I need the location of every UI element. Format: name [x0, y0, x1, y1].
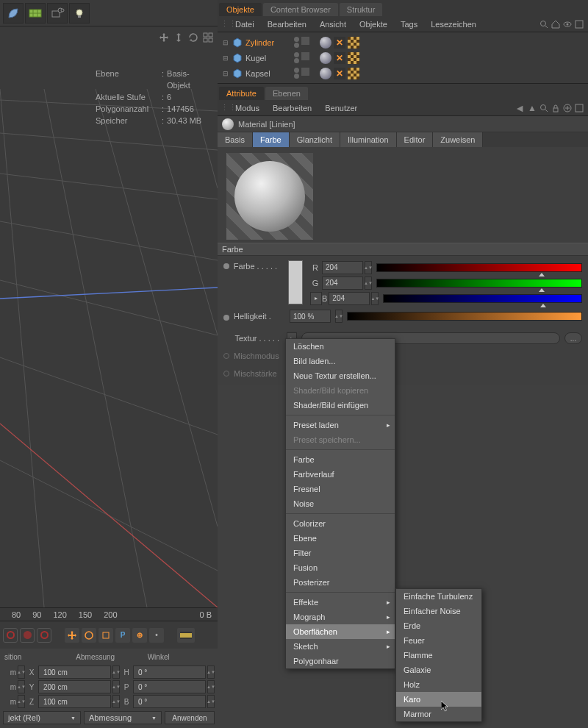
menu-item[interactable]: Sketch▸ [286, 639, 395, 654]
menu-edit[interactable]: Bearbeiten [267, 102, 318, 114]
camera-tool-icon[interactable] [47, 3, 68, 24]
up-icon[interactable]: ▲ [528, 103, 537, 113]
viewport-zoom-icon[interactable] [173, 32, 184, 43]
angle-spinner[interactable]: ▲▼ [207, 665, 215, 679]
menu-item[interactable]: Neue Textur erstellen... [286, 368, 395, 383]
channel-glanzlicht[interactable]: Glanzlicht [290, 132, 340, 147]
rotate-mode-icon[interactable] [82, 628, 96, 643]
phong-tag-icon[interactable]: ✕ [334, 37, 345, 49]
material-tag-icon[interactable] [320, 52, 331, 64]
menu-item[interactable]: Noise [286, 496, 395, 511]
visibility-toggle[interactable] [301, 68, 309, 76]
coord-mode-dropdown[interactable]: jekt (Rel)▼ [3, 711, 81, 724]
brightness-slider[interactable] [347, 312, 582, 321]
g-field[interactable]: 204 [322, 276, 363, 290]
tree-toggle-icon[interactable]: ⊟ [222, 39, 229, 46]
menu-item[interactable]: Farbverlauf [286, 467, 395, 482]
submenu-item[interactable]: Holz [396, 677, 481, 692]
size-spinner[interactable]: ▲▼ [112, 680, 120, 693]
visibility-toggle[interactable] [301, 37, 309, 45]
size-field[interactable]: 100 cm [38, 695, 111, 708]
expand-icon[interactable] [575, 20, 584, 29]
menu-item[interactable]: Posterizer [286, 575, 395, 590]
r-field[interactable]: 204 [322, 261, 363, 274]
angle-spinner[interactable]: ▲▼ [207, 680, 215, 693]
menu-item[interactable]: Shader/Bild einfügen [286, 398, 395, 413]
g-slider[interactable] [376, 279, 582, 288]
r-slider[interactable] [376, 263, 582, 272]
search-icon[interactable] [539, 20, 548, 29]
menu-item[interactable]: Farbe [286, 452, 395, 467]
search-icon[interactable] [539, 104, 548, 113]
viewport-move-icon[interactable] [159, 32, 169, 43]
size-spinner[interactable]: ▲▼ [112, 695, 120, 708]
menu-item[interactable]: Colorizer [286, 516, 395, 531]
apply-button[interactable]: Anwenden [165, 711, 215, 724]
size-field[interactable]: 200 cm [38, 680, 111, 693]
texture-tag-icon[interactable] [348, 37, 359, 49]
menu-file[interactable]: Datei [229, 18, 260, 30]
object-row[interactable]: ⊟ Kapsel ✕ [222, 65, 584, 81]
menu-item[interactable]: Mograph▸ [286, 610, 395, 624]
menu-item[interactable]: Fresnel [286, 482, 395, 496]
viewport-layout-icon[interactable] [203, 32, 213, 43]
submenu-item[interactable]: Marmor [396, 707, 481, 721]
submenu-item[interactable]: Einfacher Noise [396, 604, 481, 618]
g-spinner[interactable]: ▲▼ [365, 276, 372, 290]
home-icon[interactable] [551, 20, 560, 29]
menu-user[interactable]: Benutzer [319, 102, 363, 114]
param-disc-icon[interactable] [223, 263, 229, 269]
light-tool-icon[interactable] [69, 3, 90, 24]
tab-structure[interactable]: Struktur [340, 3, 383, 16]
menu-objects[interactable]: Objekte [354, 18, 393, 30]
angle-field[interactable]: 0 ° [133, 665, 206, 679]
object-name[interactable]: Kapsel [245, 69, 290, 78]
move-mode-icon[interactable] [65, 628, 79, 643]
submenu-item[interactable]: Karo [396, 692, 481, 707]
object-row[interactable]: ⊟ Zylinder ✕ [222, 35, 584, 50]
menu-item[interactable]: Ebene [286, 531, 395, 546]
object-row[interactable]: ⊟ Kugel ✕ [222, 50, 584, 65]
lock-icon[interactable] [551, 104, 560, 113]
angle-field[interactable]: 0 ° [133, 680, 206, 693]
menu-tags[interactable]: Tags [395, 18, 423, 30]
tab-objects[interactable]: Objekte [219, 3, 262, 16]
submenu-item[interactable]: Feuer [396, 633, 481, 648]
key-button[interactable] [20, 628, 35, 643]
b-slider[interactable] [383, 294, 582, 303]
pos-spinner[interactable]: ▲▼ [18, 680, 25, 693]
channel-illumination[interactable]: Illumination [340, 132, 397, 147]
size-field[interactable]: 100 cm [38, 665, 111, 679]
object-name[interactable]: Kugel [245, 54, 290, 63]
p-key-icon[interactable]: P [115, 628, 130, 643]
param-disc-icon[interactable] [223, 315, 229, 321]
r-spinner[interactable]: ▲▼ [365, 261, 372, 274]
tab-attributes[interactable]: Attribute [219, 87, 264, 100]
material-tag-icon[interactable] [320, 37, 331, 49]
scale-mode-icon[interactable] [98, 628, 113, 643]
film-icon[interactable] [177, 628, 195, 643]
size-spinner[interactable]: ▲▼ [112, 665, 120, 679]
material-tag-icon[interactable] [320, 68, 331, 79]
menu-item[interactable]: Preset laden▸ [286, 418, 395, 432]
tree-toggle-icon[interactable]: ⊟ [222, 70, 229, 77]
b-spinner[interactable]: ▲▼ [371, 292, 379, 305]
phong-tag-icon[interactable]: ✕ [334, 52, 345, 64]
menu-view[interactable]: Ansicht [314, 18, 352, 30]
new-icon[interactable] [563, 104, 572, 113]
channel-assign[interactable]: Zuweisen [433, 132, 483, 147]
timeline-ruler[interactable]: 80 90 120 150 200 0 B [0, 607, 218, 621]
phong-tag-icon[interactable]: ✕ [334, 68, 345, 79]
menu-edit[interactable]: Bearbeiten [262, 18, 312, 30]
submenu-item[interactable]: Galaxie [396, 663, 481, 677]
texture-tag-icon[interactable] [348, 52, 359, 64]
dot-key-icon[interactable]: • [149, 628, 164, 643]
brightness-spinner[interactable]: ▲▼ [335, 310, 343, 323]
color-swatch[interactable] [288, 260, 303, 304]
angle-spinner[interactable]: ▲▼ [207, 695, 215, 708]
grip-icon[interactable]: ⋮⋮ [220, 103, 228, 113]
object-name[interactable]: Zylinder [245, 38, 290, 47]
color-mode-toggle[interactable]: ▸ [310, 292, 322, 305]
eye-icon[interactable] [563, 20, 572, 29]
angle-field[interactable]: 0 ° [133, 695, 206, 708]
